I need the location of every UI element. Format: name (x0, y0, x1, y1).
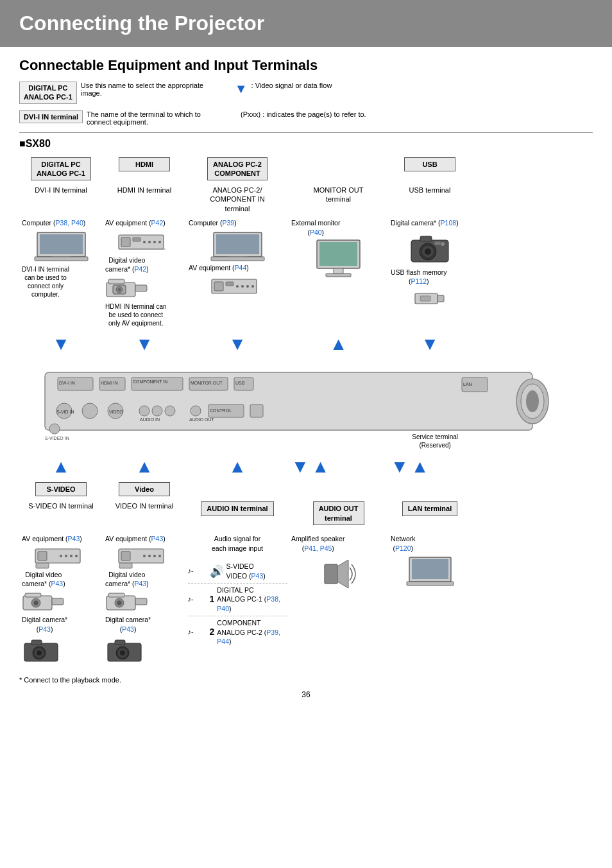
svg-rect-103 (108, 593, 124, 597)
service-terminal-label: Service terminal(Reserved) (412, 433, 458, 449)
arrow-down-icon-2: ▼ (135, 334, 153, 354)
speaker-svg (319, 555, 358, 593)
legend-item-1: DIGITAL PC ANALOG PC-1 Use this name to … (19, 82, 209, 104)
legend-row: DIGITAL PC ANALOG PC-1 Use this name to … (19, 82, 593, 104)
svg-text:HDMI IN: HDMI IN (101, 381, 118, 385)
divider (19, 132, 593, 133)
svg-rect-1 (40, 234, 83, 254)
col1-bot-box: S-VIDEO (19, 481, 103, 500)
col3-dev2: AV equipment (P44) (189, 263, 249, 273)
audio-num-1: 1 (210, 593, 215, 606)
audio-label-svideo: S-VIDEOVIDEO (P43) (226, 562, 266, 580)
video-dev2: Digital videocamera* (P43) (105, 570, 149, 589)
col3-arrow-down: ▼ (186, 333, 289, 356)
col4-arrows-bot: ▼ ▲ (289, 455, 388, 478)
legend-desc-1: Use this name to select the appropriate … (81, 82, 209, 97)
col5-ref2: P112 (411, 277, 427, 285)
svg-point-73 (49, 424, 60, 434)
camcorder-svg-video (105, 591, 150, 615)
video-ref2: P43 (135, 580, 147, 587)
col4-terminal: MONITOR OUTterminal (289, 184, 388, 217)
svideo-ref2: P43 (51, 580, 64, 587)
arrow-down-icon: ▼ (235, 82, 248, 96)
flash-drive-svg (414, 288, 446, 308)
arrow-up-icon-1: ▲ (330, 334, 348, 354)
svg-text:LAN: LAN (463, 382, 472, 386)
col3-bot-term: AUDIO IN terminal (186, 500, 289, 529)
monitor-svg (314, 239, 362, 277)
svg-text:USB: USB (235, 381, 245, 385)
legend-arrow-desc: : Video signal or data flow (251, 82, 332, 89)
col2-arrow-up-bot: ▲ (103, 455, 186, 478)
svg-point-96 (153, 555, 156, 557)
legend-pxxx-desc: (Pxxx) : indicates the page(s) to refer … (241, 110, 366, 118)
svg-rect-86 (25, 593, 41, 597)
svg-point-9 (158, 241, 161, 243)
svg-rect-23 (214, 282, 223, 291)
page-header: Connecting the Projector (0, 0, 612, 47)
col3-box: ANALOG PC-2COMPONENT (207, 157, 268, 181)
video-devices: AV equipment (P43) Digital videocamera* … (103, 533, 186, 666)
svideo-dev3: Digital camera*(P43) (22, 615, 67, 634)
audio-in-box: AUDIO IN terminal (201, 501, 273, 516)
col1-terminal-name: DVI-I IN terminal (35, 186, 87, 195)
main-content: Connectable Equipment and Input Terminal… (0, 57, 612, 712)
svg-rect-111 (412, 559, 448, 579)
col5-devices: Digital camera* (P108) USB flash memory(… (388, 217, 472, 309)
svideo-dev1: AV equipment (P43) (22, 534, 82, 544)
col3-bot-box (186, 481, 289, 500)
video-ref1: P43 (151, 535, 164, 542)
svg-point-61 (165, 406, 175, 416)
arrow-down-icon-1: ▼ (52, 334, 70, 354)
svg-text:COMPONENT IN: COMPONENT IN (133, 379, 167, 384)
svg-point-24 (236, 285, 239, 288)
legend-desc-2: The name of the terminal to which to con… (87, 110, 215, 126)
audio-note-icon-1: ♪- (188, 566, 207, 576)
audio-label-dpc: DIGITAL PCANALOG PC-1 (P38, P40) (217, 586, 287, 614)
audio-out-dev1: Amplified speaker(P41, P45) (291, 534, 344, 553)
svg-rect-30 (319, 242, 357, 266)
legend-box-1: DIGITAL PC ANALOG PC-1 (19, 82, 77, 104)
svg-rect-38 (434, 241, 441, 245)
col5-bot-box (388, 481, 472, 500)
col4-dev1: External monitor(P40) (291, 218, 340, 237)
svg-rect-16 (135, 285, 147, 291)
col2-bot-box: Video (103, 481, 186, 500)
svg-rect-42 (420, 296, 430, 301)
svg-rect-41 (438, 295, 444, 302)
svg-text:AUDIO OUT: AUDIO OUT (189, 417, 215, 422)
network-svg (406, 555, 454, 590)
svg-point-97 (158, 555, 161, 557)
col2-dev1: AV equipment (P42) (105, 218, 166, 228)
audio-out-ref1: P41, P45 (304, 544, 332, 552)
col2-arrow-down: ▼ (103, 333, 186, 356)
svg-point-101 (117, 601, 122, 605)
col2-ref1: P42 (151, 219, 164, 227)
svg-rect-102 (135, 598, 147, 605)
arrows-from-projector: ▲ ▲ ▲ ▼ ▲ ▼ ▲ (19, 455, 593, 478)
svideo-ref3: P43 (38, 625, 51, 633)
video-dev1: AV equipment (P43) (105, 534, 166, 544)
section-title: Connectable Equipment and Input Terminal… (19, 57, 593, 74)
svg-point-39 (441, 242, 445, 246)
svg-text:S-VID IN: S-VID IN (56, 410, 74, 414)
audio-note-icon-3: ♪- (188, 627, 207, 637)
arrow-up-icon-bot3: ▲ (228, 456, 246, 477)
col4-arrow-up: ▲ (289, 333, 388, 356)
arrow-up-icon-bot5: ▲ (411, 456, 429, 477)
svg-point-27 (251, 285, 254, 288)
col5-dev1: Digital camera* (P108) (391, 218, 459, 228)
audio-icon-svideo: 🔊 (210, 564, 224, 580)
svideo-devices: AV equipment (P43) Digital videocamera* … (19, 533, 103, 666)
svg-point-63 (191, 406, 201, 416)
svg-text:S-VIDEO IN: S-VIDEO IN (45, 436, 69, 440)
svg-rect-91 (31, 640, 42, 645)
svg-rect-67 (250, 404, 263, 417)
col1-ref1: P38, P40 (56, 219, 83, 227)
col3-top: ANALOG PC-2COMPONENT (186, 156, 289, 185)
audio-out-box: AUDIO OUTterminal (313, 501, 364, 525)
audio-in-devices: Audio signal foreach image input ♪- 🔊 S-… (186, 533, 289, 652)
col3-terminal-name: ANALOG PC-2/COMPONENT INterminal (210, 186, 264, 213)
col2-note: HDMI IN terminal canbe used to connecton… (105, 302, 167, 327)
col4-bot-box (289, 481, 388, 500)
